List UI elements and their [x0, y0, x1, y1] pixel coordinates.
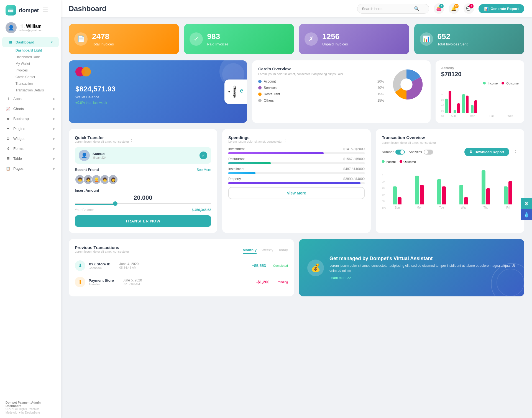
- download-icon: ⬇: [469, 150, 472, 154]
- more-options-icon[interactable]: ⋮: [283, 138, 288, 144]
- sidebar-item-dashboard[interactable]: ⊞ Dashboard ▼: [2, 37, 59, 47]
- recent-avatars: 👦 👧 👱 👨 👩: [75, 175, 211, 184]
- widget-icon: ⚙: [6, 136, 11, 141]
- sidebar-item-bootstrap[interactable]: ★ Bootstrap ▶: [0, 114, 61, 124]
- bar-group: [431, 179, 452, 204]
- transaction-date: June 5, 2020: [123, 278, 142, 282]
- chat-notification-btn[interactable]: 💬 5: [464, 3, 474, 14]
- search-icon: 🔍: [414, 6, 420, 11]
- paid-invoices-num: 983: [207, 32, 229, 41]
- bar-group: [471, 100, 477, 113]
- generate-report-button[interactable]: 📊 Generate Report: [479, 4, 524, 13]
- tab-today[interactable]: Today: [278, 248, 288, 254]
- analytics-toggle[interactable]: [424, 150, 433, 155]
- spend-bar-restaurant: [228, 162, 271, 164]
- transfer-user[interactable]: 👤 Samuel @sam224 ✓: [75, 147, 211, 164]
- row4: Previous Transactions Lorem ipsum dolor …: [69, 239, 524, 296]
- sidebar-item-charts[interactable]: 📈 Charts ▶: [0, 104, 61, 114]
- sidebar-item-label: Table: [13, 157, 22, 161]
- spending-item-property: Property $3890 / $4000: [228, 177, 365, 184]
- recent-avatar-5[interactable]: 👩: [108, 175, 118, 184]
- spending-item-investment: Investment $1415 / $2000: [228, 147, 365, 154]
- transaction-time: 05:34:45 AM: [119, 266, 139, 269]
- footer-made: Made with ♥ by DesignZone: [6, 411, 55, 414]
- slider-thumb[interactable]: [113, 201, 117, 206]
- change-button[interactable]: ↻ Change ▼: [224, 80, 247, 104]
- sidebar-sub-transaction-details[interactable]: Transaction Details: [10, 87, 61, 94]
- forms-icon: 🖨: [6, 146, 11, 151]
- sidebar-sub-transaction[interactable]: Transaction: [10, 80, 61, 87]
- sidebar-sub-dashboard-light[interactable]: Dashboard Light: [10, 47, 61, 54]
- chat-badge: 5: [469, 4, 474, 8]
- search-input[interactable]: [362, 7, 412, 11]
- hamburger-menu[interactable]: ☰: [42, 6, 49, 14]
- pie-chart: [388, 66, 424, 102]
- total-invoices-num: 2478: [92, 32, 114, 41]
- row2: $824,571.93 Wallet Balance +0.8% than la…: [69, 60, 524, 123]
- transaction-overview-card: Transaction Overview Lorem ipsum dolor s…: [376, 129, 524, 233]
- income-bar: [445, 99, 448, 113]
- income-bar: [437, 179, 441, 204]
- plugins-icon: ♥: [6, 126, 11, 131]
- apps-icon: ℹ: [6, 96, 11, 101]
- more-options-icon[interactable]: ⋮: [513, 149, 518, 155]
- wallet-notification-btn[interactable]: 👛 2: [434, 3, 444, 14]
- change-button-wrap: ↻ Change ▼: [224, 80, 247, 104]
- sidebar-sub-cards-center[interactable]: Cards Center: [10, 74, 61, 80]
- number-toggle[interactable]: [395, 150, 405, 155]
- settings-button[interactable]: ⚙: [521, 198, 532, 209]
- bootstrap-icon: ★: [6, 116, 11, 121]
- sidebar-item-label: Pages: [13, 166, 24, 171]
- bar-group: [475, 170, 496, 205]
- see-more-link[interactable]: See More: [197, 168, 211, 172]
- sidebar-item-plugins[interactable]: ♥ Plugins ▶: [0, 124, 61, 134]
- outcome-bar: [508, 181, 512, 205]
- spending-item-restaurant: Restaurant $1567 / $5000: [228, 157, 365, 164]
- sidebar-sub-dashboard-dark[interactable]: Dashboard Dark: [10, 54, 61, 60]
- spendings-card: Spendings Lorem ipsum dolor sit amet, co…: [222, 129, 371, 233]
- sidebar-item-label: Dashboard: [16, 40, 34, 44]
- chevron-down-icon: ▼: [227, 90, 231, 94]
- sidebar-sub-my-wallet[interactable]: My Wallet: [10, 60, 61, 67]
- transfer-check-icon: ✓: [200, 152, 207, 159]
- sidebar-item-apps[interactable]: ℹ Apps ▶: [0, 94, 61, 104]
- svg-point-2: [400, 78, 412, 90]
- sidebar-item-pages[interactable]: 📋 Pages ▶: [0, 163, 61, 173]
- dot-blue: [258, 80, 262, 83]
- income-bar: [482, 170, 485, 205]
- transaction-icon: ⬆: [75, 277, 85, 287]
- tab-monthly[interactable]: Monthly: [243, 248, 257, 254]
- amount-slider[interactable]: [75, 203, 211, 205]
- transaction-type: Cashback: [89, 266, 111, 270]
- card-overview: Card's Overview Lorem ipsum dolor sit am…: [252, 60, 431, 123]
- bell-notification-btn[interactable]: 🔔 12: [449, 3, 459, 14]
- sidebar-item-forms[interactable]: 🖨 Forms ▶: [0, 143, 61, 153]
- x-label: Wed: [454, 206, 474, 209]
- user-profile: 👤 Hi, William william@gmail.com: [0, 19, 61, 37]
- unpaid-invoices-num: 1256: [322, 32, 348, 41]
- va-learn-more-link[interactable]: Learn more >>: [329, 276, 351, 280]
- view-more-button[interactable]: View More: [228, 187, 365, 199]
- bar-group: [445, 91, 451, 113]
- overview-row-others: Others 15%: [258, 99, 384, 102]
- sidebar-item-table[interactable]: ☰ Table ▶: [0, 153, 61, 163]
- transfer-now-button[interactable]: TRANSFER NOW: [75, 215, 211, 227]
- search-box[interactable]: 🔍: [357, 4, 429, 14]
- more-options-icon[interactable]: ⋮: [129, 138, 134, 144]
- overview-row-restaurant: Restaurant 15%: [258, 92, 384, 96]
- outcome-legend: Outcome: [502, 82, 519, 85]
- transaction-status: Completed: [273, 264, 288, 267]
- sidebar-item-label: Widget: [13, 137, 24, 141]
- user-greeting: Hi, William: [19, 24, 43, 29]
- logo-icon: [6, 5, 16, 16]
- footer-brand: Dompet Payment Admin Dashboard: [6, 401, 55, 407]
- stat-card-total-sent: 📊 652 Total Invoices Sent: [414, 24, 525, 54]
- download-report-button[interactable]: ⬇ Download Report: [464, 148, 509, 156]
- water-button[interactable]: 💧: [521, 209, 532, 220]
- sidebar-item-widget[interactable]: ⚙ Widget ▶: [0, 134, 61, 143]
- tab-weekly[interactable]: Weekly: [262, 248, 273, 254]
- chevron-right-icon: ▶: [53, 137, 55, 140]
- prev-transactions-sub: Lorem ipsum dolor sit amet, consectetur: [75, 250, 129, 253]
- sidebar-sub-invoices[interactable]: Invoices: [10, 67, 61, 74]
- previous-transactions-card: Previous Transactions Lorem ipsum dolor …: [69, 239, 294, 296]
